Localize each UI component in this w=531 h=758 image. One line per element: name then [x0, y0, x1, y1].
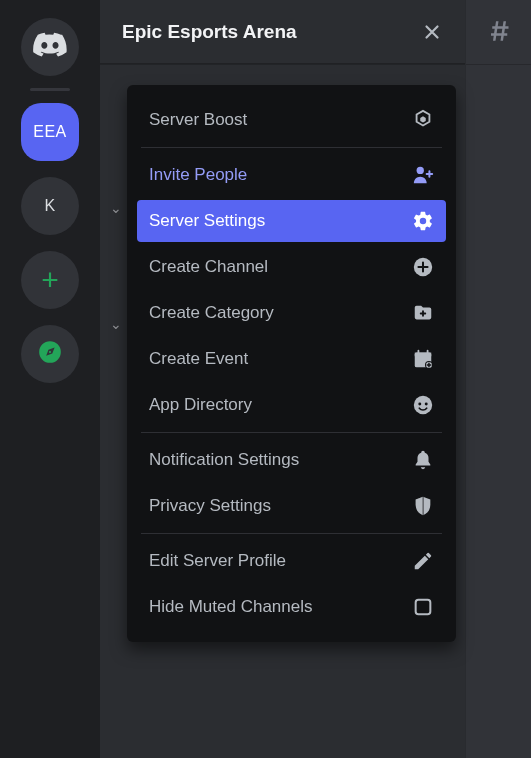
- main-header: [466, 0, 531, 64]
- hash-icon: [486, 15, 516, 49]
- server-rail: EEA K +: [0, 0, 100, 758]
- add-server-button[interactable]: +: [21, 251, 79, 309]
- rail-separator: [30, 88, 70, 91]
- main-column: [465, 0, 531, 758]
- server-title: Epic Esports Arena: [122, 21, 297, 43]
- menu-item-checkbox[interactable]: Hide Muted Channels: [137, 586, 446, 628]
- pencil-icon: [412, 550, 434, 572]
- menu-item-pencil[interactable]: Edit Server Profile: [137, 540, 446, 582]
- discord-home-button[interactable]: [21, 18, 79, 76]
- menu-item-folder[interactable]: Create Category: [137, 292, 446, 334]
- gear-icon: [412, 210, 434, 232]
- menu-separator: [141, 533, 442, 534]
- plus-icon: [412, 256, 434, 278]
- close-icon: [421, 21, 443, 43]
- menu-item-label: Server Settings: [149, 211, 265, 231]
- plus-icon: +: [41, 265, 59, 295]
- menu-item-label: Edit Server Profile: [149, 551, 286, 571]
- svg-rect-3: [415, 353, 432, 357]
- server-icon-label: EEA: [33, 123, 67, 141]
- menu-item-calendar[interactable]: Create Event: [137, 338, 446, 380]
- chevron-down-icon: ⌄: [110, 200, 122, 216]
- server-header-button[interactable]: Epic Esports Arena: [100, 0, 465, 64]
- menu-separator: [141, 432, 442, 433]
- compass-icon: [37, 339, 63, 369]
- shield-icon: [412, 495, 434, 517]
- menu-item-label: Privacy Settings: [149, 496, 271, 516]
- menu-item-label: App Directory: [149, 395, 252, 415]
- menu-item-gear[interactable]: Server Settings: [137, 200, 446, 242]
- menu-item-boost[interactable]: Server Boost: [137, 99, 446, 141]
- menu-separator: [141, 147, 442, 148]
- menu-item-bell[interactable]: Notification Settings: [137, 439, 446, 481]
- svg-point-0: [417, 167, 424, 174]
- invite-icon: [412, 164, 434, 186]
- svg-rect-8: [416, 600, 431, 615]
- chevron-down-icon: ⌄: [110, 316, 122, 332]
- menu-item-label: Create Category: [149, 303, 274, 323]
- server-dropdown-menu: Server BoostInvite PeopleServer Settings…: [127, 85, 456, 642]
- boost-icon: [412, 109, 434, 131]
- menu-item-shield[interactable]: Privacy Settings: [137, 485, 446, 527]
- menu-item-bot[interactable]: App Directory: [137, 384, 446, 426]
- bell-icon: [412, 449, 434, 471]
- svg-point-6: [418, 403, 421, 406]
- menu-item-label: Invite People: [149, 165, 247, 185]
- discord-logo-icon: [33, 28, 67, 66]
- server-icon[interactable]: K: [21, 177, 79, 235]
- menu-item-label: Create Event: [149, 349, 248, 369]
- folder-icon: [412, 302, 434, 324]
- calendar-icon: [412, 348, 434, 370]
- menu-item-label: Notification Settings: [149, 450, 299, 470]
- menu-item-label: Hide Muted Channels: [149, 597, 312, 617]
- svg-point-7: [425, 403, 428, 406]
- checkbox-icon: [412, 596, 434, 618]
- server-icon-selected[interactable]: EEA: [21, 103, 79, 161]
- menu-item-label: Create Channel: [149, 257, 268, 277]
- server-icon-label: K: [44, 197, 55, 215]
- menu-item-label: Server Boost: [149, 110, 247, 130]
- bot-icon: [412, 394, 434, 416]
- menu-item-invite[interactable]: Invite People: [137, 154, 446, 196]
- menu-item-plus[interactable]: Create Channel: [137, 246, 446, 288]
- explore-servers-button[interactable]: [21, 325, 79, 383]
